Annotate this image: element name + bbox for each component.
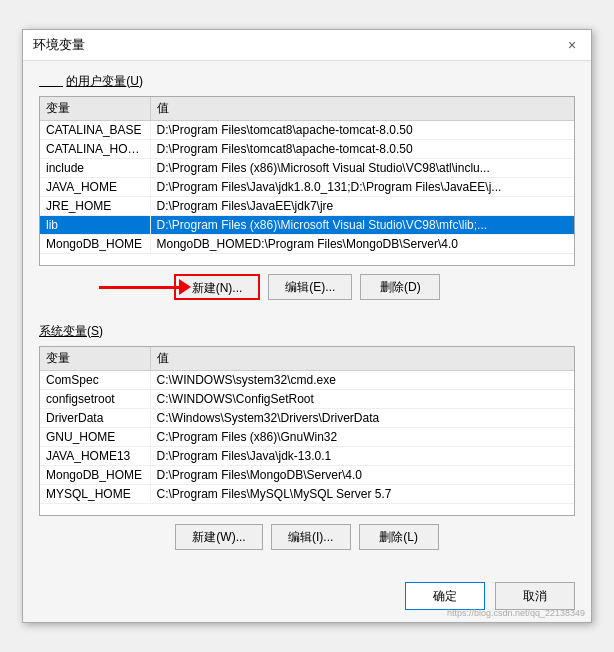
var-value-cell: D:\Program Files\Java\jdk1.8.0_131;D:\Pr…: [150, 178, 574, 197]
table-row[interactable]: includeD:\Program Files (x86)\Microsoft …: [40, 159, 574, 178]
var-value-cell: C:\Program Files\MySQL\MySQL Server 5.7: [150, 485, 574, 504]
table-row[interactable]: libD:\Program Files (x86)\Microsoft Visu…: [40, 216, 574, 235]
table-row[interactable]: DriverDataC:\Windows\System32\Drivers\Dr…: [40, 409, 574, 428]
title-bar: 环境变量 ×: [23, 30, 591, 61]
var-value-cell: D:\Program Files\JavaEE\jdk7\jre: [150, 197, 574, 216]
user-vars-btn-row: 新建(N)... 编辑(E)... 删除(D): [39, 274, 575, 300]
var-value-cell: MongoDB_HOMED:\Program Files\MongoDB\Ser…: [150, 235, 574, 254]
var-name-cell: MongoDB_HOME: [40, 466, 150, 485]
sys-vars-table: 变量 值 ComSpecC:\WINDOWS\system32\cmd.exec…: [40, 347, 574, 504]
close-button[interactable]: ×: [563, 36, 581, 54]
var-name-cell: CATALINA_HOME: [40, 140, 150, 159]
arrow-head: [179, 279, 191, 295]
var-name-cell: include: [40, 159, 150, 178]
var-value-cell: D:\Program Files\tomcat8\apache-tomcat-8…: [150, 121, 574, 140]
table-row[interactable]: CATALINA_HOMED:\Program Files\tomcat8\ap…: [40, 140, 574, 159]
var-name-cell: lib: [40, 216, 150, 235]
ok-button[interactable]: 确定: [405, 582, 485, 610]
dialog-body: 的用户变量(U) 变量 值 CATALINA_BASED:\Program Fi…: [23, 61, 591, 574]
table-row[interactable]: JAVA_HOME13D:\Program Files\Java\jdk-13.…: [40, 447, 574, 466]
var-value-cell: D:\Program Files\tomcat8\apache-tomcat-8…: [150, 140, 574, 159]
user-vars-col-name: 变量: [40, 97, 150, 121]
table-row[interactable]: GNU_HOMEC:\Program Files (x86)\GnuWin32: [40, 428, 574, 447]
environment-variables-dialog: 环境变量 × 的用户变量(U) 变量 值 CATALINA_BASED:\Pro…: [22, 29, 592, 623]
sys-vars-label: 系统变量(S): [39, 323, 575, 340]
table-row[interactable]: JAVA_HOMED:\Program Files\Java\jdk1.8.0_…: [40, 178, 574, 197]
table-row[interactable]: CATALINA_BASED:\Program Files\tomcat8\ap…: [40, 121, 574, 140]
var-value-cell: C:\WINDOWS\ConfigSetRoot: [150, 390, 574, 409]
sys-vars-underline-char: S: [91, 324, 99, 338]
table-row[interactable]: ComSpecC:\WINDOWS\system32\cmd.exe: [40, 371, 574, 390]
table-row[interactable]: MYSQL_HOMEC:\Program Files\MySQL\MySQL S…: [40, 485, 574, 504]
dialog-title: 环境变量: [33, 36, 85, 54]
table-row[interactable]: JRE_HOMED:\Program Files\JavaEE\jdk7\jre: [40, 197, 574, 216]
var-name-cell: GNU_HOME: [40, 428, 150, 447]
var-value-cell: C:\WINDOWS\system32\cmd.exe: [150, 371, 574, 390]
var-value-cell: C:\Windows\System32\Drivers\DriverData: [150, 409, 574, 428]
var-name-cell: configsetroot: [40, 390, 150, 409]
var-value-cell: D:\Program Files (x86)\Microsoft Visual …: [150, 159, 574, 178]
var-value-cell: D:\Program Files (x86)\Microsoft Visual …: [150, 216, 574, 235]
sys-new-button[interactable]: 新建(W)...: [175, 524, 262, 550]
user-vars-label: 的用户变量(U): [39, 73, 575, 90]
table-row[interactable]: MongoDB_HOMED:\Program Files\MongoDB\Ser…: [40, 466, 574, 485]
cancel-button[interactable]: 取消: [495, 582, 575, 610]
var-value-cell: C:\Program Files (x86)\GnuWin32: [150, 428, 574, 447]
user-vars-col-value: 值: [150, 97, 574, 121]
user-vars-table-container[interactable]: 变量 值 CATALINA_BASED:\Program Files\tomca…: [39, 96, 575, 266]
user-delete-button[interactable]: 删除(D): [360, 274, 440, 300]
var-value-cell: D:\Program Files\MongoDB\Server\4.0: [150, 466, 574, 485]
sys-vars-col-name: 变量: [40, 347, 150, 371]
user-vars-table: 变量 值 CATALINA_BASED:\Program Files\tomca…: [40, 97, 574, 254]
sys-vars-col-value: 值: [150, 347, 574, 371]
table-row[interactable]: configsetrootC:\WINDOWS\ConfigSetRoot: [40, 390, 574, 409]
watermark: https://blog.csdn.net/qq_22138349: [447, 608, 585, 618]
var-name-cell: JAVA_HOME13: [40, 447, 150, 466]
section-divider: [39, 312, 575, 313]
var-name-cell: DriverData: [40, 409, 150, 428]
sys-delete-button[interactable]: 删除(L): [359, 524, 439, 550]
arrow-annotation: [99, 279, 191, 295]
user-vars-underline-char: U: [130, 74, 139, 88]
var-name-cell: ComSpec: [40, 371, 150, 390]
sys-vars-table-container[interactable]: 变量 值 ComSpecC:\WINDOWS\system32\cmd.exec…: [39, 346, 575, 516]
var-name-cell: JRE_HOME: [40, 197, 150, 216]
var-name-cell: CATALINA_BASE: [40, 121, 150, 140]
table-row[interactable]: MongoDB_HOMEMongoDB_HOMED:\Program Files…: [40, 235, 574, 254]
user-edit-button[interactable]: 编辑(E)...: [268, 274, 352, 300]
var-value-cell: D:\Program Files\Java\jdk-13.0.1: [150, 447, 574, 466]
user-avatar-placeholder: [39, 74, 63, 88]
var-name-cell: JAVA_HOME: [40, 178, 150, 197]
var-name-cell: MongoDB_HOME: [40, 235, 150, 254]
var-name-cell: MYSQL_HOME: [40, 485, 150, 504]
arrow-line: [99, 286, 179, 289]
sys-vars-btn-row: 新建(W)... 编辑(I)... 删除(L): [39, 524, 575, 550]
sys-edit-button[interactable]: 编辑(I)...: [271, 524, 351, 550]
